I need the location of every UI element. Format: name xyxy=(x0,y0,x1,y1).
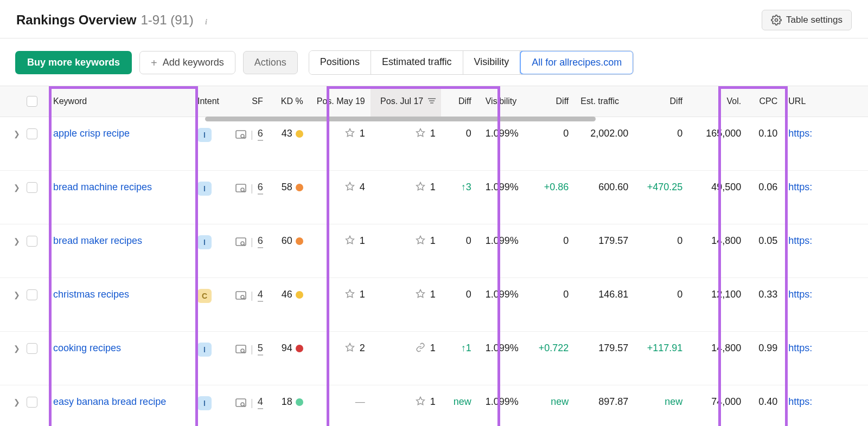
tab-all-for-domain[interactable]: All for allrecipes.com xyxy=(520,50,634,75)
row-checkbox[interactable] xyxy=(24,224,46,278)
checkbox-icon[interactable] xyxy=(27,289,37,300)
star-icon xyxy=(345,290,355,301)
keyword-link[interactable]: apple crisp recipe xyxy=(53,128,130,139)
table-settings-button[interactable]: Table settings xyxy=(762,10,852,30)
cell-kd: 58 xyxy=(269,171,311,224)
expand-toggle[interactable]: ❯ xyxy=(0,278,24,332)
star-icon xyxy=(416,183,425,193)
keyword-link[interactable]: bread machine recipes xyxy=(53,182,152,192)
url-link[interactable]: https: xyxy=(788,128,812,139)
col-est-diff[interactable]: Diff xyxy=(634,86,688,117)
url-link[interactable]: https: xyxy=(788,396,812,407)
checkbox-icon[interactable] xyxy=(27,128,37,139)
page-title: Rankings Overview xyxy=(16,12,136,28)
col-vis-diff[interactable]: Diff xyxy=(533,86,575,117)
cell-vol: 49,500 xyxy=(688,171,753,224)
cell-pos-jul: 1 xyxy=(371,332,441,385)
actions-button[interactable]: Actions xyxy=(243,51,298,74)
cell-pos-diff: ↑1 xyxy=(441,332,479,385)
cell-pos-diff: 0 xyxy=(441,278,479,332)
col-sf[interactable]: SF xyxy=(230,86,269,117)
sort-icon xyxy=(428,96,436,106)
expand-toggle[interactable]: ❯ xyxy=(0,117,24,171)
cell-keyword: christmas recipes xyxy=(46,278,192,332)
checkbox-icon[interactable] xyxy=(27,96,37,107)
col-est-traffic[interactable]: Est. traffic xyxy=(574,86,634,117)
star-icon xyxy=(345,183,355,193)
checkbox-icon[interactable] xyxy=(27,236,37,247)
svg-marker-7 xyxy=(346,129,354,137)
cell-sf[interactable]: |4 xyxy=(230,278,269,332)
checkbox-icon[interactable] xyxy=(27,343,37,354)
col-expand xyxy=(0,86,24,117)
row-checkbox[interactable] xyxy=(24,171,46,224)
col-vol[interactable]: Vol. xyxy=(688,86,753,117)
cell-vol: 74,000 xyxy=(688,385,753,427)
col-pos-jul[interactable]: Pos. Jul 17 xyxy=(371,86,441,117)
col-url[interactable]: URL xyxy=(783,86,868,117)
checkbox-icon[interactable] xyxy=(27,182,37,193)
cell-kd: 46 xyxy=(269,278,311,332)
url-link[interactable]: https: xyxy=(788,235,812,246)
info-icon[interactable]: i xyxy=(201,17,211,27)
col-pos-diff[interactable]: Diff xyxy=(441,86,479,117)
tab-visibility[interactable]: Visibility xyxy=(463,51,521,74)
cell-sf[interactable]: |6 xyxy=(230,224,269,278)
cell-sf[interactable]: |5 xyxy=(230,332,269,385)
row-checkbox[interactable] xyxy=(24,385,46,427)
url-link[interactable]: https: xyxy=(788,343,812,353)
url-link[interactable]: https: xyxy=(788,182,812,192)
svg-marker-27 xyxy=(346,344,354,351)
chevron-right-icon: ❯ xyxy=(14,344,20,353)
col-pos-may[interactable]: Pos. May 19 xyxy=(311,86,371,117)
keyword-link[interactable]: easy banana bread recipe xyxy=(53,396,166,407)
cell-sf[interactable]: |6 xyxy=(230,117,269,171)
col-cpc[interactable]: CPC xyxy=(753,86,783,117)
cell-visibility: 1.099% xyxy=(479,171,533,224)
svg-marker-8 xyxy=(416,129,424,137)
chevron-right-icon: ❯ xyxy=(14,398,20,406)
horizontal-scrollbar[interactable] xyxy=(205,117,596,121)
keyword-link[interactable]: bread maker recipes xyxy=(53,235,142,246)
col-keyword[interactable]: Keyword xyxy=(46,86,192,117)
cell-est-traffic: 897.87 xyxy=(574,385,634,427)
col-visibility[interactable]: Visibility xyxy=(479,86,533,117)
plus-icon: + xyxy=(151,57,157,68)
tab-estimated-traffic[interactable]: Estimated traffic xyxy=(371,51,463,74)
col-intent[interactable]: Intent xyxy=(192,86,230,117)
svg-marker-18 xyxy=(416,236,424,244)
cell-pos-diff: ↑3 xyxy=(441,171,479,224)
expand-toggle[interactable]: ❯ xyxy=(0,385,24,427)
cell-visibility: 1.099% xyxy=(479,278,533,332)
serp-features-icon xyxy=(235,291,246,300)
cell-pos-diff: new xyxy=(441,385,479,427)
expand-toggle[interactable]: ❯ xyxy=(0,332,24,385)
cell-cpc: 0.99 xyxy=(753,332,783,385)
cell-visibility: 1.099% xyxy=(479,117,533,171)
serp-features-icon xyxy=(235,130,246,139)
buy-keywords-button[interactable]: Buy more keywords xyxy=(15,51,132,74)
url-link[interactable]: https: xyxy=(788,289,812,300)
col-kd[interactable]: KD % xyxy=(269,86,311,117)
star-icon xyxy=(416,397,425,408)
expand-toggle[interactable]: ❯ xyxy=(0,224,24,278)
cell-sf[interactable]: |6 xyxy=(230,171,269,224)
keyword-link[interactable]: christmas recipes xyxy=(53,289,129,300)
checkbox-icon[interactable] xyxy=(27,397,37,408)
svg-marker-17 xyxy=(346,236,354,244)
tab-positions[interactable]: Positions xyxy=(309,51,371,74)
sf-count: 5 xyxy=(258,343,263,356)
cell-url: https: xyxy=(783,117,868,171)
col-select-all[interactable] xyxy=(24,86,46,117)
expand-toggle[interactable]: ❯ xyxy=(0,171,24,224)
cell-kd: 43 xyxy=(269,117,311,171)
cell-cpc: 0.40 xyxy=(753,385,783,427)
row-checkbox[interactable] xyxy=(24,332,46,385)
cell-keyword: apple crisp recipe xyxy=(46,117,192,171)
add-keywords-button[interactable]: + Add keywords xyxy=(139,51,235,74)
cell-intent: I xyxy=(192,117,230,171)
row-checkbox[interactable] xyxy=(24,117,46,171)
row-checkbox[interactable] xyxy=(24,278,46,332)
keyword-link[interactable]: cooking recipes xyxy=(53,343,121,353)
cell-sf[interactable]: |4 xyxy=(230,385,269,427)
